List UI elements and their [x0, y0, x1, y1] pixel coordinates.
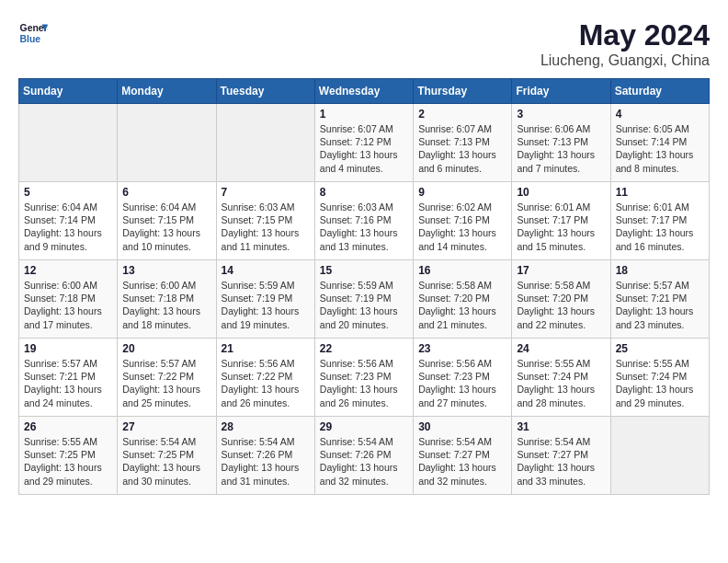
table-row: 12Sunrise: 6:00 AMSunset: 7:18 PMDayligh…: [19, 260, 118, 339]
table-row: 9Sunrise: 6:02 AMSunset: 7:16 PMDaylight…: [414, 182, 512, 260]
day-info: Sunrise: 6:07 AMSunset: 7:12 PMDaylight:…: [320, 122, 408, 175]
day-info: Sunrise: 6:04 AMSunset: 7:15 PMDaylight:…: [122, 201, 210, 253]
table-row: 16Sunrise: 5:58 AMSunset: 7:20 PMDayligh…: [414, 260, 512, 339]
day-info: Sunrise: 5:57 AMSunset: 7:22 PMDaylight:…: [122, 357, 210, 409]
day-info: Sunrise: 5:56 AMSunset: 7:22 PMDaylight:…: [222, 357, 310, 409]
day-info: Sunrise: 6:06 AMSunset: 7:13 PMDaylight:…: [517, 122, 605, 175]
day-number: 19: [24, 342, 112, 355]
day-number: 21: [222, 342, 310, 355]
calendar-week-row: 12Sunrise: 6:00 AMSunset: 7:18 PMDayligh…: [19, 260, 710, 339]
day-info: Sunrise: 6:05 AMSunset: 7:14 PMDaylight:…: [616, 122, 704, 175]
day-number: 6: [122, 186, 210, 199]
table-row: 5Sunrise: 6:04 AMSunset: 7:14 PMDaylight…: [19, 182, 118, 260]
day-number: 3: [517, 108, 605, 121]
day-info: Sunrise: 5:56 AMSunset: 7:23 PMDaylight:…: [320, 357, 408, 409]
calendar-subtitle: Liucheng, Guangxi, China: [540, 52, 710, 69]
table-row: 27Sunrise: 5:54 AMSunset: 7:25 PMDayligh…: [118, 417, 216, 495]
day-number: 29: [320, 420, 408, 433]
day-info: Sunrise: 5:55 AMSunset: 7:25 PMDaylight:…: [24, 435, 112, 488]
day-info: Sunrise: 5:54 AMSunset: 7:26 PMDaylight:…: [320, 435, 408, 488]
day-number: 23: [418, 342, 506, 355]
day-info: Sunrise: 6:02 AMSunset: 7:16 PMDaylight:…: [418, 201, 506, 253]
table-row: 7Sunrise: 6:03 AMSunset: 7:15 PMDaylight…: [216, 182, 314, 260]
day-number: 20: [122, 342, 210, 355]
calendar-table: Sunday Monday Tuesday Wednesday Thursday…: [18, 78, 710, 495]
day-number: 26: [24, 420, 112, 433]
day-info: Sunrise: 5:58 AMSunset: 7:20 PMDaylight:…: [517, 279, 605, 331]
day-number: 17: [517, 264, 605, 277]
table-row: 21Sunrise: 5:56 AMSunset: 7:22 PMDayligh…: [216, 339, 314, 417]
day-number: 28: [222, 420, 310, 433]
day-info: Sunrise: 5:56 AMSunset: 7:23 PMDaylight:…: [418, 357, 506, 409]
day-info: Sunrise: 5:59 AMSunset: 7:19 PMDaylight:…: [320, 279, 408, 331]
day-info: Sunrise: 5:59 AMSunset: 7:19 PMDaylight:…: [222, 279, 310, 331]
calendar-week-row: 26Sunrise: 5:55 AMSunset: 7:25 PMDayligh…: [19, 417, 710, 495]
table-row: [610, 417, 709, 495]
table-row: 22Sunrise: 5:56 AMSunset: 7:23 PMDayligh…: [314, 339, 413, 417]
day-number: 13: [122, 264, 210, 277]
day-number: 12: [24, 264, 112, 277]
day-info: Sunrise: 5:54 AMSunset: 7:27 PMDaylight:…: [418, 435, 506, 488]
table-row: 13Sunrise: 6:00 AMSunset: 7:18 PMDayligh…: [118, 260, 216, 339]
day-info: Sunrise: 6:04 AMSunset: 7:14 PMDaylight:…: [24, 201, 112, 253]
day-number: 18: [616, 264, 704, 277]
day-info: Sunrise: 5:55 AMSunset: 7:24 PMDaylight:…: [517, 357, 605, 409]
calendar-week-row: 19Sunrise: 5:57 AMSunset: 7:21 PMDayligh…: [19, 339, 710, 417]
day-info: Sunrise: 6:01 AMSunset: 7:17 PMDaylight:…: [517, 201, 605, 253]
day-number: 9: [418, 186, 506, 199]
table-row: [19, 104, 118, 182]
day-number: 5: [24, 186, 112, 199]
table-row: 25Sunrise: 5:55 AMSunset: 7:24 PMDayligh…: [610, 339, 709, 417]
day-number: 14: [222, 264, 310, 277]
day-number: 25: [616, 342, 704, 355]
header-thursday: Thursday: [414, 79, 512, 104]
header-monday: Monday: [118, 79, 216, 104]
table-row: 6Sunrise: 6:04 AMSunset: 7:15 PMDaylight…: [118, 182, 216, 260]
header-saturday: Saturday: [610, 79, 709, 104]
title-block: May 2024 Liucheng, Guangxi, China: [540, 18, 710, 69]
logo-icon: General Blue: [18, 18, 48, 48]
table-row: 1Sunrise: 6:07 AMSunset: 7:12 PMDaylight…: [314, 104, 413, 182]
table-row: 29Sunrise: 5:54 AMSunset: 7:26 PMDayligh…: [314, 417, 413, 495]
table-row: 17Sunrise: 5:58 AMSunset: 7:20 PMDayligh…: [512, 260, 610, 339]
table-row: 3Sunrise: 6:06 AMSunset: 7:13 PMDaylight…: [512, 104, 610, 182]
table-row: 15Sunrise: 5:59 AMSunset: 7:19 PMDayligh…: [314, 260, 413, 339]
logo: General Blue: [18, 18, 48, 48]
table-row: 24Sunrise: 5:55 AMSunset: 7:24 PMDayligh…: [512, 339, 610, 417]
day-number: 7: [222, 186, 310, 199]
day-info: Sunrise: 6:00 AMSunset: 7:18 PMDaylight:…: [24, 279, 112, 331]
table-row: 30Sunrise: 5:54 AMSunset: 7:27 PMDayligh…: [414, 417, 512, 495]
table-row: 26Sunrise: 5:55 AMSunset: 7:25 PMDayligh…: [19, 417, 118, 495]
table-row: 19Sunrise: 5:57 AMSunset: 7:21 PMDayligh…: [19, 339, 118, 417]
table-row: 8Sunrise: 6:03 AMSunset: 7:16 PMDaylight…: [314, 182, 413, 260]
day-info: Sunrise: 5:58 AMSunset: 7:20 PMDaylight:…: [418, 279, 506, 331]
calendar-title: May 2024: [540, 18, 710, 52]
day-info: Sunrise: 6:07 AMSunset: 7:13 PMDaylight:…: [418, 122, 506, 175]
day-info: Sunrise: 6:03 AMSunset: 7:16 PMDaylight:…: [320, 201, 408, 253]
day-number: 16: [418, 264, 506, 277]
day-info: Sunrise: 6:00 AMSunset: 7:18 PMDaylight:…: [122, 279, 210, 331]
day-info: Sunrise: 5:55 AMSunset: 7:24 PMDaylight:…: [616, 357, 704, 409]
page-header: General Blue May 2024 Liucheng, Guangxi,…: [18, 18, 710, 69]
table-row: 2Sunrise: 6:07 AMSunset: 7:13 PMDaylight…: [414, 104, 512, 182]
day-number: 4: [616, 108, 704, 121]
table-row: 4Sunrise: 6:05 AMSunset: 7:14 PMDaylight…: [610, 104, 709, 182]
table-row: 20Sunrise: 5:57 AMSunset: 7:22 PMDayligh…: [118, 339, 216, 417]
day-number: 8: [320, 186, 408, 199]
day-number: 1: [320, 108, 408, 121]
header-friday: Friday: [512, 79, 610, 104]
day-number: 22: [320, 342, 408, 355]
day-info: Sunrise: 5:54 AMSunset: 7:27 PMDaylight:…: [517, 435, 605, 488]
day-info: Sunrise: 5:54 AMSunset: 7:26 PMDaylight:…: [222, 435, 310, 488]
day-number: 2: [418, 108, 506, 121]
table-row: [216, 104, 314, 182]
day-number: 15: [320, 264, 408, 277]
day-number: 10: [517, 186, 605, 199]
table-row: 28Sunrise: 5:54 AMSunset: 7:26 PMDayligh…: [216, 417, 314, 495]
day-number: 30: [418, 420, 506, 433]
table-row: 31Sunrise: 5:54 AMSunset: 7:27 PMDayligh…: [512, 417, 610, 495]
header-sunday: Sunday: [19, 79, 118, 104]
day-number: 11: [616, 186, 704, 199]
day-info: Sunrise: 5:57 AMSunset: 7:21 PMDaylight:…: [616, 279, 704, 331]
day-info: Sunrise: 5:54 AMSunset: 7:25 PMDaylight:…: [122, 435, 210, 488]
